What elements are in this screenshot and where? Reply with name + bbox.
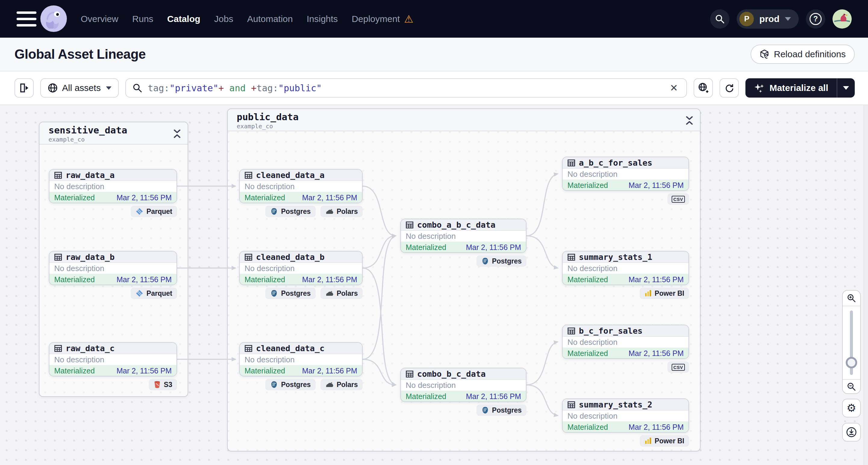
asset-name: cleaned_data_a xyxy=(256,170,325,180)
asset-node-cleaned-data-b[interactable]: cleaned_data_b No description Materializ… xyxy=(239,251,363,285)
asset-node-summary-stats-1[interactable]: summary_stats_1 No description Materiali… xyxy=(562,251,689,285)
asset-node-cleaned-data-c[interactable]: cleaned_data_c No description Materializ… xyxy=(239,342,363,376)
nav-item-runs[interactable]: Runs xyxy=(132,14,153,24)
asset-description: No description xyxy=(563,410,688,422)
materialization-date[interactable]: Mar 2, 11:56 PM xyxy=(628,349,684,358)
asset-status-row: MaterializedMar 2, 11:56 PM xyxy=(563,422,688,433)
asset-node-combo-b-c-data[interactable]: combo_b_c_data No description Materializ… xyxy=(400,368,526,402)
postgres-icon xyxy=(481,406,489,414)
table-icon xyxy=(567,159,575,167)
materialization-date[interactable]: Mar 2, 11:56 PM xyxy=(117,367,172,375)
search-button[interactable] xyxy=(710,9,730,29)
materialization-date[interactable]: Mar 2, 11:56 PM xyxy=(302,193,357,202)
group-header[interactable]: sensitive_data example_co xyxy=(39,122,188,145)
menu-icon[interactable] xyxy=(17,11,36,27)
asset-node-a-b-c-for-sales[interactable]: a_b_c_for_sales No description Materiali… xyxy=(562,157,689,191)
status-badge: Materialized xyxy=(567,275,608,284)
nav-item-automation[interactable]: Automation xyxy=(247,14,293,24)
asset-node-cleaned-data-a[interactable]: cleaned_data_a No description Materializ… xyxy=(239,169,363,203)
polars-badge[interactable]: Polars xyxy=(320,206,363,217)
status-badge: Materialized xyxy=(245,275,285,284)
asset-badges: CSV xyxy=(562,362,689,373)
refresh-icon xyxy=(724,83,735,93)
query-text[interactable]: tag:"private"+ and +tag:"public" xyxy=(148,83,662,93)
graph-settings-button[interactable]: ⚙ xyxy=(842,399,861,417)
zoom-in-icon xyxy=(847,293,856,303)
materialization-date[interactable]: Mar 2, 11:56 PM xyxy=(466,392,521,401)
status-badge: Materialized xyxy=(567,423,608,432)
parquet-badge[interactable]: Parquet xyxy=(131,206,177,217)
postgres-badge[interactable]: Postgres xyxy=(265,206,315,217)
powerbi-badge[interactable]: Power BI xyxy=(640,435,689,446)
asset-badges: S3 xyxy=(49,379,177,390)
zoom-slider-handle[interactable] xyxy=(846,357,857,368)
refresh-button[interactable] xyxy=(719,78,739,98)
polars-bear-icon xyxy=(325,290,334,297)
nav-item-insights[interactable]: Insights xyxy=(307,14,338,24)
dagster-logo-icon[interactable] xyxy=(40,5,67,32)
group-header[interactable]: public_data example_co xyxy=(228,109,700,131)
asset-status-row: MaterializedMar 2, 11:56 PM xyxy=(50,274,177,285)
view-global-graph-button[interactable] xyxy=(693,78,713,98)
materialization-date[interactable]: Mar 2, 11:56 PM xyxy=(117,275,172,284)
zoom-slider[interactable] xyxy=(843,306,860,379)
postgres-icon xyxy=(270,381,278,389)
canvas-scrollbar[interactable] xyxy=(863,105,868,465)
asset-name: summary_stats_2 xyxy=(579,400,652,409)
polars-badge[interactable]: Polars xyxy=(320,288,363,299)
user-avatar[interactable] xyxy=(833,9,852,29)
chevron-down-icon xyxy=(785,17,791,21)
csv-icon: CSV xyxy=(672,196,685,203)
nav-item-overview[interactable]: Overview xyxy=(81,14,118,24)
globe-icon xyxy=(48,83,58,93)
materialization-date[interactable]: Mar 2, 11:56 PM xyxy=(117,193,172,202)
postgres-badge[interactable]: Postgres xyxy=(476,404,526,416)
nav-item-jobs[interactable]: Jobs xyxy=(214,14,233,24)
lineage-canvas[interactable]: sensitive_data example_co public_data ex… xyxy=(0,105,868,465)
powerbi-icon xyxy=(645,437,652,445)
materialization-date[interactable]: Mar 2, 11:56 PM xyxy=(466,243,521,252)
asset-description: No description xyxy=(240,263,362,274)
materialization-date[interactable]: Mar 2, 11:56 PM xyxy=(302,367,357,375)
reload-definitions-button[interactable]: Reload definitions xyxy=(750,44,855,64)
nav-item-deployment[interactable]: Deployment⚠ xyxy=(352,14,413,24)
asset-node-raw-data-b[interactable]: raw_data_b No description MaterializedMa… xyxy=(49,251,177,285)
materialization-date[interactable]: Mar 2, 11:56 PM xyxy=(628,423,684,432)
collapse-group-icon[interactable] xyxy=(685,116,693,125)
asset-query-input[interactable]: tag:"private"+ and +tag:"public" ✕ xyxy=(125,78,687,98)
materialization-date[interactable]: Mar 2, 11:56 PM xyxy=(628,181,684,190)
nav-item-catalog[interactable]: Catalog xyxy=(167,14,200,24)
parquet-badge[interactable]: Parquet xyxy=(131,288,177,299)
asset-node-raw-data-a[interactable]: raw_data_a No description MaterializedMa… xyxy=(49,169,177,203)
asset-node-combo-a-b-c-data[interactable]: combo_a_b_c_data No description Material… xyxy=(400,219,526,253)
materialization-date[interactable]: Mar 2, 11:56 PM xyxy=(302,275,357,284)
collapse-group-icon[interactable] xyxy=(173,129,181,138)
csv-badge[interactable]: CSV xyxy=(668,193,689,205)
asset-node-summary-stats-2[interactable]: summary_stats_2 No description Materiali… xyxy=(562,398,689,433)
polars-badge[interactable]: Polars xyxy=(320,379,363,390)
postgres-badge[interactable]: Postgres xyxy=(476,255,526,267)
asset-node-b-c-for-sales[interactable]: b_c_for_sales No description Materialize… xyxy=(562,324,689,359)
s3-badge[interactable]: S3 xyxy=(149,379,177,390)
materialization-date[interactable]: Mar 2, 11:56 PM xyxy=(628,275,684,284)
asset-node-raw-data-c[interactable]: raw_data_c No description MaterializedMa… xyxy=(49,342,177,376)
status-badge: Materialized xyxy=(406,243,446,252)
table-icon xyxy=(54,344,62,352)
postgres-badge[interactable]: Postgres xyxy=(265,379,315,390)
asset-badges: Parquet xyxy=(49,206,177,217)
powerbi-badge[interactable]: Power BI xyxy=(640,288,689,299)
open-panel-button[interactable] xyxy=(14,78,34,98)
help-button[interactable]: ? xyxy=(806,9,825,29)
csv-badge[interactable]: CSV xyxy=(668,362,689,373)
zoom-out-button[interactable] xyxy=(843,379,860,393)
table-icon xyxy=(567,253,575,261)
zoom-in-button[interactable] xyxy=(843,290,860,306)
environment-switcher[interactable]: P prod xyxy=(737,9,799,29)
asset-badges: Power BI xyxy=(562,288,689,299)
asset-scope-dropdown[interactable]: All assets xyxy=(40,78,119,98)
materialize-options-button[interactable] xyxy=(837,78,855,98)
materialize-all-button[interactable]: Materialize all xyxy=(745,78,837,98)
clear-query-icon[interactable]: ✕ xyxy=(668,82,680,94)
download-graph-button[interactable] xyxy=(842,423,861,441)
postgres-badge[interactable]: Postgres xyxy=(265,288,315,299)
